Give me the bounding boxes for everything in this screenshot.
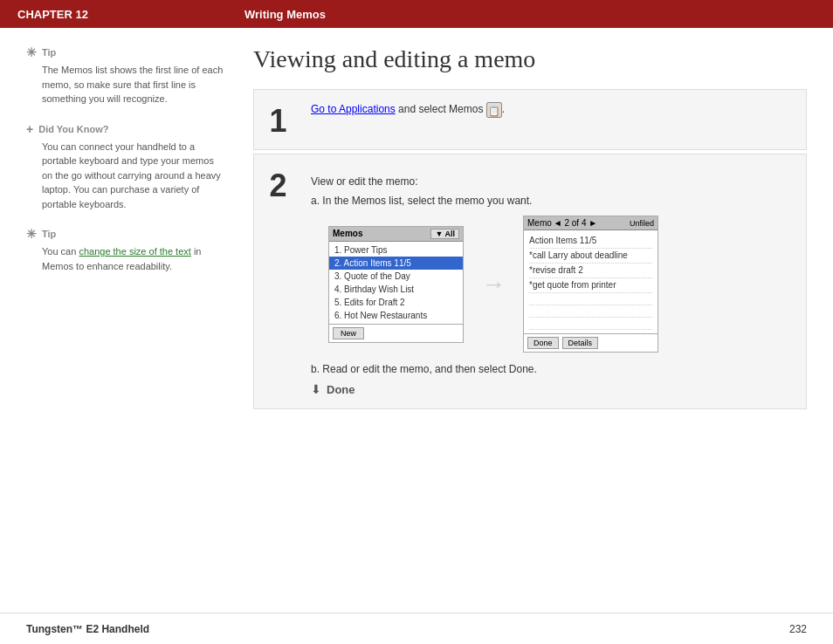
memo-item-1[interactable]: 1. Power Tips [329,243,463,257]
main-content: ✳ Tip The Memos list shows the first lin… [0,28,833,613]
step-2-container: 2 View or edit the memo: a. In the Memos… [253,154,807,409]
tip-2-label: Tip [42,229,56,239]
memos-icon: 📋 [486,102,502,118]
memo-list-header: Memos ▼ All [329,227,463,242]
sidebar-didyouknow: + Did You Know? You can connect your han… [26,122,227,212]
memo-list-items: 1. Power Tips 2. Action Items 11/5 3. Qu… [329,242,463,324]
sidebar-tip-1: ✳ Tip The Memos list shows the first lin… [26,45,227,106]
tip-2-text: You can change the size of the text in M… [26,244,227,273]
arrow-icon: → [481,271,506,298]
didyouknow-icon: + [26,122,33,136]
memo-list-panel: Memos ▼ All 1. Power Tips 2. Action Item… [328,226,464,343]
tip-1-label: Tip [42,47,56,58]
step-2-content: View or edit the memo: a. In the Memos l… [311,167,788,396]
memo-item-2[interactable]: 2. Action Items 11/5 [329,257,463,270]
memo-item-4[interactable]: 4. Birthday Wish List [329,283,463,296]
memo-list-title: Memos [333,229,362,238]
tip-2-icon: ✳ [26,227,37,241]
step-2-sub-b: b. Read or edit the memo, and then selec… [311,363,788,375]
brand-name: Tungsten™ E2 Handheld [26,623,149,635]
footer-page-number: 232 [789,623,807,635]
content-area: Viewing and editing a memo 1 Go to Appli… [244,45,833,613]
memo-detail-title: Memo [527,218,552,228]
done-arrow-icon: ⬇ [311,382,321,396]
header-bar: CHAPTER 12 Writing Memos [0,0,833,28]
step-2-sub-a: a. In the Memos list, select the memo yo… [311,195,788,207]
step-1-text: Go to Applications and select Memos 📋. [311,102,788,118]
footer: Tungsten™ E2 Handheld 232 [0,613,833,644]
memo-unfiled-label: Unfiled [630,219,654,228]
done-row: ⬇ Done [311,382,788,396]
done-label: Done [327,383,355,396]
new-memo-button[interactable]: New [333,327,364,339]
didyouknow-text: You can connect your handheld to a porta… [26,140,227,212]
memo-details-button[interactable]: Details [562,337,599,349]
memo-line-3: *get quote from printer [529,278,652,293]
memo-detail-header: Memo ◄ 2 of 4 ► Unfiled [524,216,657,230]
memo-detail-body: Action Items 11/5 *call Larry about dead… [524,230,657,333]
memo-done-button[interactable]: Done [527,337,559,349]
sidebar: ✳ Tip The Memos list shows the first lin… [0,45,244,613]
tip-1-text: The Memos list shows the first line of e… [26,63,227,106]
memo-blank-3 [529,318,652,330]
chapter-label: CHAPTER 12 [17,8,244,21]
memo-nav: Memo ◄ 2 of 4 ► [527,218,597,228]
step-1-content: Go to Applications and select Memos 📋. [311,102,788,125]
memo-detail-footer: Done Details [524,333,657,352]
step-2-intro: View or edit the memo: [311,175,788,188]
tip-1-icon: ✳ [26,45,37,59]
step-2-number: 2 [254,167,302,202]
sidebar-tip-2: ✳ Tip You can change the size of the tex… [26,227,227,273]
didyouknow-label: Did You Know? [38,124,108,134]
memo-blank-2 [529,305,652,318]
memo-line-1: *call Larry about deadline [529,249,652,264]
footer-brand: Tungsten™ E2 Handheld [26,623,149,635]
memos-illustration: Memos ▼ All 1. Power Tips 2. Action Item… [328,216,788,353]
step-1-number: 1 [254,102,302,137]
memo-nav-controls[interactable]: ◄ 2 of 4 ► [554,218,597,228]
memo-list-footer: New [329,324,463,342]
chapter-title: Writing Memos [244,8,326,21]
go-to-applications-link[interactable]: Go to Applications [311,103,396,115]
memo-detail-panel: Memo ◄ 2 of 4 ► Unfiled Action Items 11/… [523,216,658,353]
memo-blank-1 [529,293,652,305]
memo-all-btn[interactable]: ▼ All [430,229,459,239]
page-title: Viewing and editing a memo [253,45,807,73]
memo-item-3[interactable]: 3. Quote of the Day [329,270,463,283]
memo-title-line: Action Items 11/5 [529,234,652,249]
memo-item-6[interactable]: 6. Hot New Restaurants [329,309,463,322]
step-1-text-post: and select Memos [398,103,486,115]
step-1-container: 1 Go to Applications and select Memos 📋. [253,89,807,150]
change-size-link[interactable]: change the size of the text [79,246,190,257]
memo-item-5[interactable]: 5. Edits for Draft 2 [329,296,463,309]
memo-line-2: *revise draft 2 [529,264,652,278]
